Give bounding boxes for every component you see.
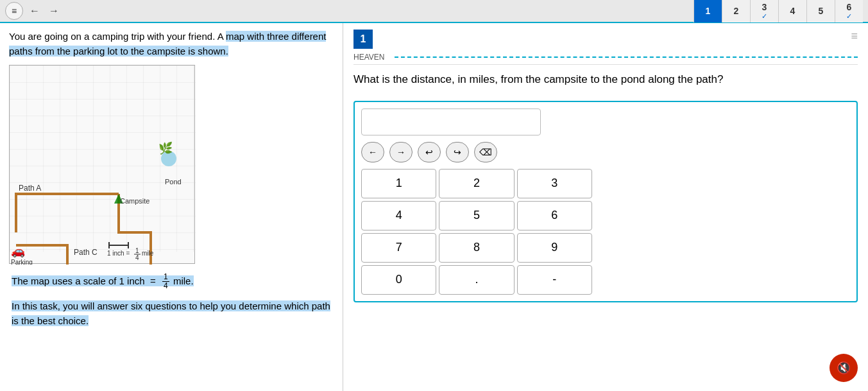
left-arrow-icon: ←	[368, 147, 377, 157]
svg-text:🌿: 🌿	[158, 141, 173, 155]
tab-question-6[interactable]: 6 ✓	[835, 0, 863, 22]
forward-icon: →	[49, 5, 59, 17]
svg-text:Path A: Path A	[19, 184, 41, 193]
delete-icon: ⌫	[479, 147, 492, 157]
scale-after: mile.	[173, 275, 194, 286]
right-arrow-icon: →	[396, 147, 405, 157]
keypad: 1 2 3 4 5 6 7 8 9 0 . -	[361, 169, 592, 295]
tab-6-check: ✓	[846, 12, 852, 21]
scale-text-highlight: The map uses a scale of 1 inch = 1 4 mil…	[12, 275, 194, 286]
key-4[interactable]: 4	[361, 201, 436, 230]
right-panel: ≡ 1 HEAVEN What is the distance, in mile…	[343, 23, 868, 391]
menu-icon: ≡	[12, 6, 17, 16]
map-svg: 🌿 Pond Path A Path B Path C Campsite 🚗 P…	[10, 65, 196, 265]
svg-text:🚗: 🚗	[11, 244, 26, 258]
tab-question-4[interactable]: 4	[778, 0, 806, 22]
back-icon: ←	[30, 5, 40, 17]
audio-button[interactable]: 🔇	[830, 354, 858, 382]
tab-5-number: 5	[819, 6, 824, 16]
intro-text: You are going on a camping trip with you…	[9, 30, 334, 58]
svg-text:1: 1	[135, 247, 139, 254]
audio-icon: 🔇	[837, 361, 851, 375]
question-text: What is the distance, in miles, from the…	[353, 71, 858, 88]
key-2[interactable]: 2	[439, 169, 514, 198]
tab-question-2[interactable]: 2	[722, 0, 750, 22]
main-content: You are going on a camping trip with you…	[0, 23, 868, 391]
tab-2-number: 2	[734, 6, 739, 16]
right-top-dots[interactable]: ≡	[851, 30, 858, 43]
left-arrow-button[interactable]: ←	[361, 142, 384, 162]
svg-text:4: 4	[135, 254, 139, 261]
control-buttons: ← → ↩ ↪ ⌫	[361, 142, 850, 162]
tab-4-number: 4	[790, 6, 796, 16]
question-number-badge: 1	[353, 30, 373, 49]
redo-button[interactable]: ↪	[446, 142, 469, 162]
intro-highlight: map with three different paths from the …	[9, 31, 326, 56]
key-1[interactable]: 1	[361, 169, 436, 198]
tab-6-number: 6	[847, 2, 852, 12]
key-9[interactable]: 9	[517, 233, 592, 263]
task-highlight: In this task, you will answer six questi…	[12, 300, 330, 326]
answer-input[interactable]	[361, 109, 541, 135]
key-6[interactable]: 6	[517, 201, 592, 230]
svg-text:Campsite: Campsite	[120, 197, 149, 205]
tab-question-3[interactable]: 3 ✓	[750, 0, 778, 22]
toolbar: ≡ ← → 1 2 3 ✓ 4 5 6 ✓	[0, 0, 868, 23]
fraction-denominator: 4	[162, 282, 169, 290]
scale-before: The map uses a scale of 1 inch	[12, 275, 145, 286]
section-label: HEAVEN	[353, 53, 384, 62]
key-8[interactable]: 8	[439, 233, 514, 263]
svg-text:Path B: Path B	[61, 264, 84, 265]
section-label-row: HEAVEN	[353, 53, 858, 65]
back-button[interactable]: ←	[27, 3, 42, 19]
scale-fraction: 1 4	[162, 273, 169, 290]
undo-icon: ↩	[425, 147, 433, 157]
tab-1-number: 1	[706, 6, 711, 16]
svg-text:mile: mile	[142, 250, 154, 257]
key-5[interactable]: 5	[439, 201, 514, 230]
question-number: 1	[361, 33, 366, 45]
svg-text:1 inch =: 1 inch =	[107, 250, 130, 257]
svg-text:Path C: Path C	[74, 248, 98, 257]
delete-button[interactable]: ⌫	[474, 142, 497, 162]
fraction-numerator: 1	[162, 273, 169, 282]
tab-question-1[interactable]: 1	[694, 0, 722, 22]
redo-icon: ↪	[454, 147, 461, 157]
scale-text: The map uses a scale of 1 inch = 1 4 mil…	[9, 272, 334, 291]
map-container: 🌿 Pond Path A Path B Path C Campsite 🚗 P…	[9, 65, 195, 264]
forward-button[interactable]: →	[46, 3, 62, 19]
task-text: In this task, you will answer six questi…	[9, 298, 334, 329]
left-panel: You are going on a camping trip with you…	[0, 23, 343, 391]
key-dot[interactable]: .	[439, 265, 514, 295]
key-3[interactable]: 3	[517, 169, 592, 198]
answer-area: ← → ↩ ↪ ⌫ 1 2 3 4	[353, 101, 858, 302]
tab-3-check: ✓	[762, 12, 767, 21]
svg-text:Parking: Parking	[11, 259, 33, 265]
tab-question-5[interactable]: 5	[806, 0, 835, 22]
menu-button[interactable]: ≡	[5, 2, 23, 20]
key-minus[interactable]: -	[517, 265, 592, 295]
right-arrow-button[interactable]: →	[389, 142, 413, 162]
svg-text:Pond: Pond	[165, 178, 182, 186]
key-7[interactable]: 7	[361, 233, 436, 263]
tab-3-number: 3	[762, 2, 767, 12]
question-tabs: 1 2 3 ✓ 4 5 6 ✓	[694, 0, 863, 22]
key-0[interactable]: 0	[361, 265, 436, 295]
undo-button[interactable]: ↩	[418, 142, 441, 162]
dashed-divider	[395, 56, 858, 58]
